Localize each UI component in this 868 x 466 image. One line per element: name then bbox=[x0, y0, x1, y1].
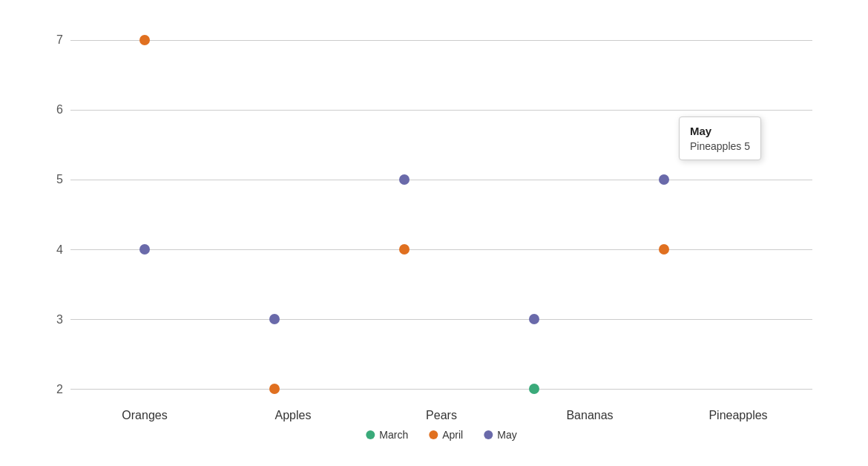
dot-april-oranges[interactable] bbox=[139, 35, 150, 45]
dot-may-bananas[interactable] bbox=[529, 314, 539, 324]
x-label-pears: Pears bbox=[375, 409, 508, 422]
y-label-3: 3 bbox=[56, 313, 63, 326]
legend-item-march: March bbox=[366, 429, 408, 441]
y-label-5: 5 bbox=[56, 173, 63, 186]
x-label-bananas: Bananas bbox=[523, 409, 657, 422]
tooltip-title: May bbox=[690, 125, 750, 137]
grid-line-5: 5 bbox=[70, 180, 812, 180]
grid-line-2: 2 bbox=[70, 389, 812, 390]
tooltip: MayPineapples 5 bbox=[679, 116, 761, 160]
legend-dot-march bbox=[366, 430, 375, 439]
legend-label-april: April bbox=[442, 429, 463, 441]
legend-item-april: April bbox=[429, 429, 463, 441]
legend-dot-april bbox=[429, 430, 438, 439]
chart-legend: MarchAprilMay bbox=[366, 429, 516, 441]
dot-may-apples[interactable] bbox=[269, 314, 280, 324]
dot-april-apples[interactable] bbox=[269, 384, 280, 394]
y-label-4: 4 bbox=[56, 243, 63, 257]
legend-dot-may bbox=[484, 430, 493, 439]
x-labels: OrangesApplesPearsBananasPineapples bbox=[70, 409, 812, 422]
dot-may-pineapples[interactable] bbox=[659, 174, 669, 185]
y-label-7: 7 bbox=[56, 33, 63, 47]
grid-line-6: 6 bbox=[70, 110, 812, 111]
dot-march-bananas[interactable] bbox=[529, 384, 539, 394]
y-label-6: 6 bbox=[56, 103, 63, 116]
x-label-pineapples: Pineapples bbox=[671, 409, 805, 422]
dot-april-pears[interactable] bbox=[399, 244, 410, 255]
dot-may-pears[interactable] bbox=[399, 174, 410, 185]
dot-april-pineapples[interactable] bbox=[659, 244, 669, 255]
legend-label-march: March bbox=[379, 429, 408, 441]
chart-area: 234567OrangesApplesPearsBananasPineapple… bbox=[70, 40, 812, 389]
grid-line-7: 7 bbox=[70, 40, 812, 41]
x-label-oranges: Oranges bbox=[78, 409, 211, 422]
x-label-apples: Apples bbox=[226, 409, 360, 422]
grid-line-3: 3 bbox=[70, 319, 812, 320]
y-label-2: 2 bbox=[56, 383, 63, 396]
tooltip-line: Pineapples 5 bbox=[690, 140, 750, 152]
legend-item-may: May bbox=[484, 429, 516, 441]
dot-may-oranges[interactable] bbox=[139, 244, 150, 255]
legend-label-may: May bbox=[497, 429, 516, 441]
grid-line-4: 4 bbox=[70, 249, 812, 250]
chart-container: 234567OrangesApplesPearsBananasPineapple… bbox=[26, 18, 842, 448]
